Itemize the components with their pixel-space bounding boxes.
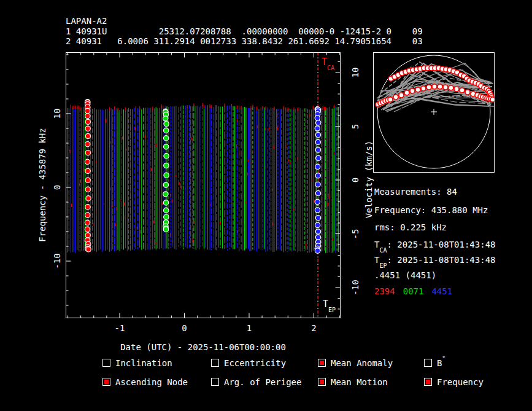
x-axis-label: Date (UTC) - 2025-11-06T00:00:00 [66,342,341,352]
vel-tick-10: 10 [350,68,360,78]
measurements-count: Measurements: 84 [374,187,457,197]
vel-tick--5: -5 [350,229,360,239]
checkbox-label-ascending-node: Ascending Node [115,377,188,387]
residual-count-2394: 2394 [374,286,395,296]
checkbox-label-mean-anomaly: Mean Anomaly [331,358,393,368]
tep-marker-text: T [323,299,328,310]
checkbox-arg-of-perigee[interactable] [211,378,219,386]
tca-time-value: : 2025-11-08T01:43:48 [387,240,495,249]
fit-frequency: Frequency: 435.880 MHz [374,205,488,215]
x-tick-2: 2 [311,323,316,333]
checkbox-mean-motion[interactable] [318,378,326,386]
tca-marker-sub: CA [327,65,334,71]
tca-marker-text: T [322,57,327,68]
sky-plot [374,53,496,173]
vel-tick-0: 0 [350,178,360,182]
x-tick-0: 0 [182,323,187,333]
freq-tick-0: 0 [52,185,62,190]
tca-time: TCA: 2025-11-08T01:43:48 [374,240,496,249]
satellite-name: LAPAN-A2 [66,17,107,26]
residual-count-0071: 0071 [403,286,424,296]
x-tick--1: -1 [115,323,125,333]
checkbox-eccentricity[interactable] [211,359,219,367]
checkbox-label-frequency: Frequency [437,377,484,387]
tep-marker-label: TEP [323,299,336,310]
doppler-plot[interactable] [66,53,341,318]
tep-time-value: : 2025-11-08T01:43:48 [387,255,495,265]
freq-tick-10: 10 [52,109,62,119]
vel-tick-5: 5 [350,123,360,128]
checkbox-fill [320,361,324,365]
checkbox-fill [426,380,430,384]
checkbox-label-arg-of-perigee: Arg. of Perigee [224,377,301,387]
tep-time-sub: EP [379,262,387,269]
checkbox-label-inclination: Inclination [115,358,172,368]
measurements-site-2394 [85,100,91,252]
freq-tick--10: -10 [52,253,62,268]
checkbox-label-b: B* [437,358,445,368]
tep-time-fraction: .4451 (4451) [374,270,436,280]
checkbox-mean-anomaly[interactable] [318,359,326,367]
tca-time-sub: CA [379,247,387,254]
tep-marker-sub: EP [328,307,336,313]
checkbox-label-mean-motion: Mean Motion [331,377,388,387]
residuals-line: 239400714451 [374,286,452,296]
vel-tick--10: -10 [350,280,360,295]
x-tick-1: 1 [247,323,252,333]
checkbox-ascending-node[interactable] [102,378,110,386]
y-axis-label-velocity: Velocity (km/s) [364,141,374,218]
checkbox-b[interactable] [424,359,432,367]
fit-rms: rms: 0.225 kHz [374,222,447,232]
residual-count-4451: 4451 [431,286,452,296]
tle-line-2: 2 40931 6.0006 311.2914 0012733 338.8432… [66,37,423,46]
measurements-site-0071 [163,109,169,232]
y-axis-label-frequency: Frequency - 435879 kHz [37,128,47,241]
checkbox-fill [104,380,109,384]
tle-line-1: 1 40931U 25312.07208788 .00000000 00000-… [66,27,423,36]
tca-marker-label: TCA [322,57,334,68]
checkbox-frequency[interactable] [424,378,432,386]
checkbox-label-eccentricity: Eccentricity [224,358,286,368]
app-window: LAPAN-A2 1 40931U 25312.07208788 .000000… [0,0,532,411]
tep-time: TEP: 2025-11-08T01:43:48 [374,255,496,265]
checkbox-fill [320,380,324,384]
checkbox-inclination[interactable] [102,359,110,367]
